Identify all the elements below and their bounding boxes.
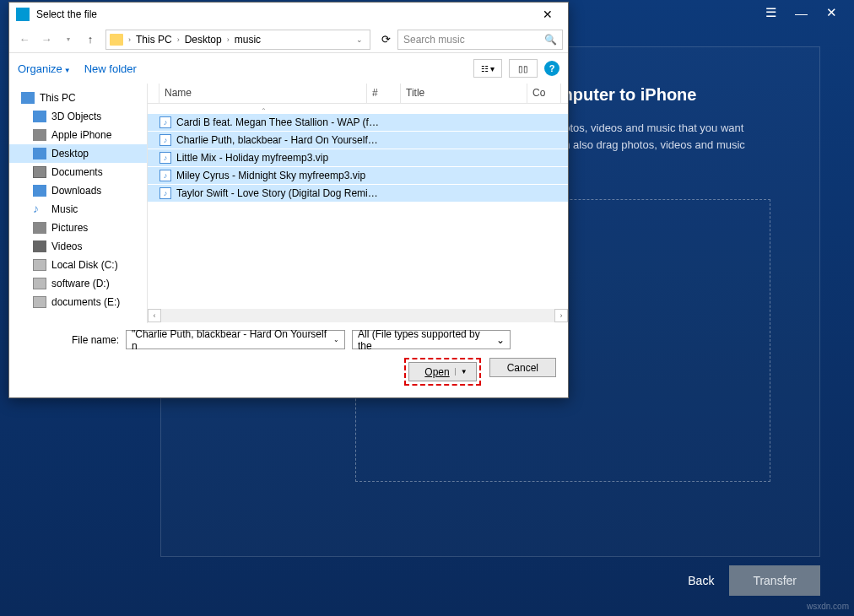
3d-icon	[33, 111, 46, 122]
tree-3d-objects[interactable]: 3D Objects	[9, 107, 147, 126]
search-input[interactable]: Search music 🔍	[397, 30, 563, 50]
dialog-bottom: File name: "Charlie Puth, blackbear - Ha…	[9, 323, 568, 397]
col-name[interactable]: Name	[159, 84, 367, 103]
chevron-right-icon: ›	[227, 35, 230, 44]
nav-up-icon[interactable]: ↑	[80, 30, 100, 50]
file-row[interactable]: ♪Taylor Swift - Love Story (Digital Dog …	[148, 185, 568, 203]
downloads-icon	[33, 185, 46, 197]
transfer-button[interactable]: Transfer	[729, 565, 820, 596]
chevron-down-icon[interactable]: ⌄	[333, 336, 339, 343]
tree-videos[interactable]: Videos	[9, 237, 147, 256]
audio-file-icon: ♪	[159, 170, 171, 181]
open-button-highlight: Open ▼	[404, 358, 480, 386]
dialog-toolbar: Organize▼ New folder ☷ ▾ ▯▯ ?	[9, 53, 568, 84]
tree-documents-e[interactable]: documents (E:)	[9, 293, 147, 311]
folder-icon	[110, 34, 123, 46]
back-button[interactable]: Back	[688, 574, 714, 587]
nav-recent-icon[interactable]: ▾	[58, 30, 78, 50]
audio-file-icon: ♪	[159, 116, 171, 128]
file-row[interactable]: ♪Cardi B feat. Megan Thee Stallion - WAP…	[148, 114, 568, 132]
pc-icon	[21, 92, 35, 104]
chevron-right-icon: ›	[128, 35, 131, 44]
chevron-down-icon: ⌄	[496, 334, 505, 346]
breadcrumb[interactable]: › This PC › Desktop › music ⌄	[105, 30, 370, 50]
tree-local-disk-c[interactable]: Local Disk (C:)	[9, 256, 147, 274]
scroll-right-icon[interactable]: ›	[554, 309, 568, 322]
scroll-track[interactable]	[161, 309, 554, 322]
close-icon[interactable]: ✕	[826, 5, 837, 20]
tree-apple-iphone[interactable]: Apple iPhone	[9, 126, 147, 144]
filetype-select[interactable]: All (File types supported by the ⌄	[352, 330, 511, 349]
dialog-title: Select the file	[36, 8, 534, 20]
nav-tree: This PC 3D Objects Apple iPhone Desktop …	[9, 84, 148, 323]
open-split-icon[interactable]: ▼	[455, 368, 468, 376]
disk-icon	[33, 296, 46, 308]
file-row[interactable]: ♪Charlie Puth, blackbear - Hard On Yours…	[148, 132, 568, 149]
desktop-icon	[33, 148, 46, 159]
scroll-left-icon[interactable]: ‹	[148, 309, 161, 322]
tree-pictures[interactable]: Pictures	[9, 219, 147, 237]
col-co[interactable]: Co	[527, 84, 561, 103]
help-icon[interactable]: ?	[544, 61, 559, 76]
tree-music[interactable]: ♪Music	[9, 200, 147, 219]
dialog-titlebar: Select the file ✕	[9, 3, 568, 26]
audio-file-icon: ♪	[159, 134, 171, 146]
search-icon[interactable]: 🔍	[544, 34, 557, 46]
organize-menu[interactable]: Organize▼	[18, 62, 71, 75]
filename-input[interactable]: "Charlie Puth, blackbear - Hard On Yours…	[126, 330, 345, 349]
cancel-button[interactable]: Cancel	[489, 358, 556, 377]
nav-forward-icon: →	[36, 30, 57, 50]
audio-file-icon: ♪	[159, 152, 171, 164]
search-placeholder: Search music	[403, 34, 465, 46]
new-folder-button[interactable]: New folder	[84, 62, 137, 75]
music-icon: ♪	[33, 203, 46, 215]
app-icon	[16, 8, 30, 21]
dialog-nav: ← → ▾ ↑ › This PC › Desktop › music ⌄ ⟳ …	[9, 26, 568, 53]
audio-file-icon: ♪	[159, 187, 171, 199]
preview-pane-button[interactable]: ▯▯	[509, 59, 538, 78]
sort-asc-icon: ⌃	[159, 104, 367, 114]
watermark: wsxdn.com	[807, 602, 849, 611]
chevron-down-icon: ▼	[64, 67, 71, 74]
pictures-icon	[33, 222, 46, 234]
filename-label: File name:	[21, 334, 119, 346]
file-pane: Name # Title Co ⌃ ♪Cardi B feat. Megan T…	[148, 84, 568, 323]
file-row[interactable]: ♪Little Mix - Holiday myfreemp3.vip	[148, 149, 568, 167]
col-title[interactable]: Title	[401, 84, 527, 103]
horizontal-scrollbar[interactable]: ‹ ›	[148, 308, 568, 323]
menu-icon[interactable]: ☰	[765, 5, 776, 20]
column-headers[interactable]: Name # Title Co	[148, 84, 568, 104]
tree-documents[interactable]: Documents	[9, 163, 147, 181]
open-button[interactable]: Open ▼	[408, 362, 476, 381]
file-open-dialog: Select the file ✕ ← → ▾ ↑ › This PC › De…	[8, 2, 569, 398]
iphone-icon	[33, 129, 46, 141]
nav-back-icon[interactable]: ←	[14, 30, 35, 50]
disk-icon	[33, 259, 46, 271]
tree-desktop[interactable]: Desktop	[9, 144, 147, 163]
file-list: ♪Cardi B feat. Megan Thee Stallion - WAP…	[148, 114, 568, 308]
tree-this-pc[interactable]: This PC	[9, 89, 147, 107]
crumb-desktop[interactable]: Desktop	[183, 34, 224, 46]
view-options-button[interactable]: ☷ ▾	[473, 59, 502, 78]
file-row[interactable]: ♪Miley Cyrus - Midnight Sky myfreemp3.vi…	[148, 167, 568, 185]
chevron-right-icon: ›	[177, 35, 180, 44]
documents-icon	[33, 166, 46, 178]
app-footer: Back Transfer	[688, 565, 820, 596]
chevron-down-icon[interactable]: ⌄	[353, 35, 366, 44]
videos-icon	[33, 240, 46, 252]
sort-indicator-row: ⌃	[148, 104, 568, 114]
tree-downloads[interactable]: Downloads	[9, 181, 147, 200]
disk-icon	[33, 278, 46, 289]
minimize-icon[interactable]: —	[795, 6, 808, 20]
col-num[interactable]: #	[367, 84, 401, 103]
crumb-pc[interactable]: This PC	[134, 34, 174, 46]
tree-software-d[interactable]: software (D:)	[9, 274, 147, 293]
crumb-music[interactable]: music	[233, 34, 262, 46]
refresh-icon[interactable]: ⟳	[376, 30, 396, 50]
dialog-close-icon[interactable]: ✕	[534, 4, 561, 24]
